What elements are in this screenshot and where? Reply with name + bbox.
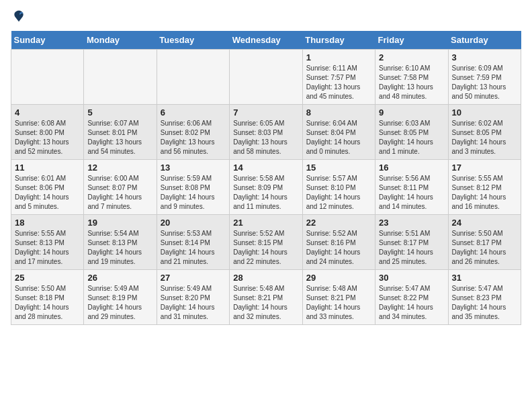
calendar-cell: 9Sunrise: 6:03 AM Sunset: 8:05 PM Daylig… <box>375 105 448 160</box>
day-number: 17 <box>452 163 517 173</box>
header-tuesday: Tuesday <box>157 31 229 50</box>
calendar-table: SundayMondayTuesdayWednesdayThursdayFrid… <box>11 31 521 325</box>
calendar-cell <box>157 50 229 105</box>
day-number: 16 <box>379 163 444 173</box>
day-number: 29 <box>306 273 371 283</box>
calendar-cell: 2Sunrise: 6:10 AM Sunset: 7:58 PM Daylig… <box>375 50 448 105</box>
day-info: Sunrise: 5:59 AM Sunset: 8:08 PM Dayligh… <box>161 174 226 212</box>
calendar-cell: 31Sunrise: 5:47 AM Sunset: 8:23 PM Dayli… <box>448 270 521 325</box>
header-friday: Friday <box>375 31 448 50</box>
day-info: Sunrise: 6:09 AM Sunset: 7:59 PM Dayligh… <box>452 64 517 101</box>
day-info: Sunrise: 5:52 AM Sunset: 8:15 PM Dayligh… <box>233 229 298 267</box>
calendar-cell: 10Sunrise: 6:02 AM Sunset: 8:05 PM Dayli… <box>448 105 521 160</box>
calendar-cell: 18Sunrise: 5:55 AM Sunset: 8:13 PM Dayli… <box>11 215 84 270</box>
day-info: Sunrise: 6:04 AM Sunset: 8:04 PM Dayligh… <box>306 119 371 156</box>
calendar-cell: 15Sunrise: 5:57 AM Sunset: 8:10 PM Dayli… <box>302 160 375 215</box>
day-info: Sunrise: 5:49 AM Sunset: 8:20 PM Dayligh… <box>161 284 226 322</box>
day-info: Sunrise: 6:10 AM Sunset: 7:58 PM Dayligh… <box>379 64 444 101</box>
day-number: 25 <box>15 273 80 283</box>
calendar-cell: 30Sunrise: 5:47 AM Sunset: 8:22 PM Dayli… <box>375 270 448 325</box>
header-saturday: Saturday <box>448 31 521 50</box>
day-info: Sunrise: 6:07 AM Sunset: 8:01 PM Dayligh… <box>87 119 152 156</box>
day-number: 12 <box>87 163 152 173</box>
day-number: 22 <box>306 218 371 228</box>
week-row-3: 11Sunrise: 6:01 AM Sunset: 8:06 PM Dayli… <box>11 160 521 215</box>
header-thursday: Thursday <box>302 31 375 50</box>
week-row-4: 18Sunrise: 5:55 AM Sunset: 8:13 PM Dayli… <box>11 215 521 270</box>
calendar-cell <box>84 50 157 105</box>
day-info: Sunrise: 5:50 AM Sunset: 8:17 PM Dayligh… <box>452 229 517 267</box>
calendar-cell: 12Sunrise: 6:00 AM Sunset: 8:07 PM Dayli… <box>84 160 157 215</box>
day-info: Sunrise: 6:08 AM Sunset: 8:00 PM Dayligh… <box>15 119 80 156</box>
calendar-cell: 8Sunrise: 6:04 AM Sunset: 8:04 PM Daylig… <box>302 105 375 160</box>
calendar-cell: 23Sunrise: 5:51 AM Sunset: 8:17 PM Dayli… <box>375 215 448 270</box>
day-number: 2 <box>379 52 444 62</box>
calendar-cell: 6Sunrise: 6:06 AM Sunset: 8:02 PM Daylig… <box>157 105 229 160</box>
day-info: Sunrise: 5:51 AM Sunset: 8:17 PM Dayligh… <box>379 229 444 267</box>
calendar-cell: 22Sunrise: 5:52 AM Sunset: 8:16 PM Dayli… <box>302 215 375 270</box>
day-info: Sunrise: 6:11 AM Sunset: 7:57 PM Dayligh… <box>306 64 371 101</box>
day-number: 26 <box>87 273 152 283</box>
day-number: 11 <box>15 163 80 173</box>
day-info: Sunrise: 5:50 AM Sunset: 8:18 PM Dayligh… <box>15 284 80 322</box>
day-info: Sunrise: 6:01 AM Sunset: 8:06 PM Dayligh… <box>15 174 80 212</box>
calendar-cell: 16Sunrise: 5:56 AM Sunset: 8:11 PM Dayli… <box>375 160 448 215</box>
calendar-cell: 3Sunrise: 6:09 AM Sunset: 7:59 PM Daylig… <box>448 50 521 105</box>
day-number: 4 <box>15 107 80 118</box>
day-info: Sunrise: 5:57 AM Sunset: 8:10 PM Dayligh… <box>306 174 371 212</box>
day-number: 7 <box>233 107 298 118</box>
calendar-cell: 24Sunrise: 5:50 AM Sunset: 8:17 PM Dayli… <box>448 215 521 270</box>
day-number: 30 <box>379 273 444 283</box>
calendar-cell: 4Sunrise: 6:08 AM Sunset: 8:00 PM Daylig… <box>11 105 84 160</box>
week-row-1: 1Sunrise: 6:11 AM Sunset: 7:57 PM Daylig… <box>11 50 521 105</box>
calendar-cell: 29Sunrise: 5:48 AM Sunset: 8:21 PM Dayli… <box>302 270 375 325</box>
day-number: 24 <box>452 218 517 228</box>
week-row-5: 25Sunrise: 5:50 AM Sunset: 8:18 PM Dayli… <box>11 270 521 325</box>
day-number: 14 <box>233 163 298 173</box>
day-info: Sunrise: 5:47 AM Sunset: 8:22 PM Dayligh… <box>379 284 444 322</box>
calendar-cell: 13Sunrise: 5:59 AM Sunset: 8:08 PM Dayli… <box>157 160 229 215</box>
day-number: 1 <box>306 52 371 62</box>
calendar-cell: 28Sunrise: 5:48 AM Sunset: 8:21 PM Dayli… <box>230 270 302 325</box>
calendar-cell: 21Sunrise: 5:52 AM Sunset: 8:15 PM Dayli… <box>230 215 302 270</box>
header-monday: Monday <box>84 31 157 50</box>
calendar-cell: 7Sunrise: 6:05 AM Sunset: 8:03 PM Daylig… <box>230 105 302 160</box>
day-info: Sunrise: 5:52 AM Sunset: 8:16 PM Dayligh… <box>306 229 371 267</box>
day-info: Sunrise: 5:48 AM Sunset: 8:21 PM Dayligh… <box>306 284 371 322</box>
day-info: Sunrise: 5:54 AM Sunset: 8:13 PM Dayligh… <box>87 229 152 267</box>
calendar-cell: 5Sunrise: 6:07 AM Sunset: 8:01 PM Daylig… <box>84 105 157 160</box>
day-number: 10 <box>452 107 517 118</box>
page-header <box>11 11 521 24</box>
day-info: Sunrise: 5:56 AM Sunset: 8:11 PM Dayligh… <box>379 174 444 212</box>
calendar-cell <box>11 50 84 105</box>
day-number: 13 <box>161 163 226 173</box>
day-info: Sunrise: 5:49 AM Sunset: 8:19 PM Dayligh… <box>87 284 152 322</box>
day-info: Sunrise: 6:02 AM Sunset: 8:05 PM Dayligh… <box>452 119 517 156</box>
day-info: Sunrise: 5:55 AM Sunset: 8:13 PM Dayligh… <box>15 229 80 267</box>
day-number: 6 <box>161 107 226 118</box>
day-number: 27 <box>161 273 226 283</box>
day-number: 5 <box>87 107 152 118</box>
header-sunday: Sunday <box>11 31 84 50</box>
day-info: Sunrise: 6:00 AM Sunset: 8:07 PM Dayligh… <box>87 174 152 212</box>
day-number: 20 <box>161 218 226 228</box>
day-info: Sunrise: 5:48 AM Sunset: 8:21 PM Dayligh… <box>233 284 298 322</box>
header-row: SundayMondayTuesdayWednesdayThursdayFrid… <box>11 31 521 50</box>
calendar-cell <box>230 50 302 105</box>
logo-bird-icon <box>12 9 26 23</box>
day-info: Sunrise: 5:55 AM Sunset: 8:12 PM Dayligh… <box>452 174 517 212</box>
calendar-cell: 25Sunrise: 5:50 AM Sunset: 8:18 PM Dayli… <box>11 270 84 325</box>
logo <box>11 11 26 24</box>
day-number: 19 <box>87 218 152 228</box>
day-number: 3 <box>452 52 517 62</box>
calendar-cell: 14Sunrise: 5:58 AM Sunset: 8:09 PM Dayli… <box>230 160 302 215</box>
day-number: 23 <box>379 218 444 228</box>
calendar-cell: 20Sunrise: 5:53 AM Sunset: 8:14 PM Dayli… <box>157 215 229 270</box>
calendar-cell: 1Sunrise: 6:11 AM Sunset: 7:57 PM Daylig… <box>302 50 375 105</box>
calendar-cell: 17Sunrise: 5:55 AM Sunset: 8:12 PM Dayli… <box>448 160 521 215</box>
day-info: Sunrise: 6:03 AM Sunset: 8:05 PM Dayligh… <box>379 119 444 156</box>
day-number: 28 <box>233 273 298 283</box>
day-info: Sunrise: 6:05 AM Sunset: 8:03 PM Dayligh… <box>233 119 298 156</box>
day-number: 8 <box>306 107 371 118</box>
day-info: Sunrise: 5:47 AM Sunset: 8:23 PM Dayligh… <box>452 284 517 322</box>
